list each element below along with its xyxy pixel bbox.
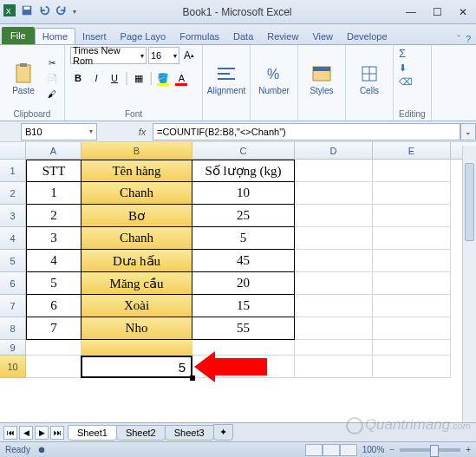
close-button[interactable]: ✕ (450, 3, 476, 22)
row-header-2[interactable]: 2 (0, 182, 26, 205)
row-header-3[interactable]: 3 (0, 205, 26, 227)
sheet-tab-3[interactable]: Sheet3 (165, 425, 214, 441)
cell-D8[interactable] (295, 317, 373, 340)
cell-D2[interactable] (295, 182, 373, 205)
tab-page-layout[interactable]: Page Layo (114, 29, 173, 44)
cell-A9[interactable] (26, 340, 82, 356)
number-format-button[interactable]: % Number (256, 62, 292, 95)
row-header-7[interactable]: 7 (0, 295, 26, 317)
sheet-nav-first-icon[interactable]: ⏮ (3, 426, 17, 440)
cell-C7[interactable]: 15 (192, 295, 295, 317)
row-header-10[interactable]: 10 (0, 356, 26, 378)
cell-D7[interactable] (295, 295, 373, 317)
formula-bar[interactable]: =COUNTIF(B2:B8,"<>Chanh") (153, 123, 460, 140)
cell-E8[interactable] (373, 317, 451, 340)
col-header-E[interactable]: E (373, 142, 451, 159)
sheet-nav-last-icon[interactable]: ⏭ (50, 426, 64, 440)
cell-D10[interactable] (295, 356, 373, 378)
active-cell[interactable]: 5 (81, 356, 192, 378)
underline-button[interactable]: U (107, 70, 122, 86)
tab-data[interactable]: Data (226, 29, 260, 44)
row-header-8[interactable]: 8 (0, 317, 26, 340)
cell-B2[interactable]: Chanh (82, 182, 192, 205)
alignment-button[interactable]: Alignment (208, 62, 245, 95)
fill-color-icon[interactable]: 🪣 (155, 70, 171, 86)
copy-icon[interactable]: 📄 (45, 71, 59, 85)
cell-B6[interactable]: Măng cầu (82, 272, 192, 295)
cell-A4[interactable]: 3 (26, 227, 82, 250)
cell-E4[interactable] (373, 227, 451, 250)
cell-A1[interactable]: STT (26, 160, 82, 182)
new-sheet-icon[interactable]: ✦ (213, 424, 233, 441)
normal-view-icon[interactable] (305, 444, 323, 456)
font-color-icon[interactable]: A (173, 70, 189, 86)
cell-E10[interactable] (373, 356, 451, 378)
sheet-nav-next-icon[interactable]: ▶ (35, 426, 49, 440)
font-name-select[interactable]: Times New Rom▾ (70, 47, 147, 64)
row-header-6[interactable]: 6 (0, 272, 26, 295)
italic-button[interactable]: I (88, 70, 104, 86)
bold-button[interactable]: B (70, 70, 86, 86)
cell-E2[interactable] (373, 182, 451, 205)
cell-B7[interactable]: Xoài (82, 295, 192, 317)
cell-A7[interactable]: 6 (26, 295, 82, 317)
cell-A6[interactable]: 5 (26, 272, 82, 295)
tab-review[interactable]: Review (260, 29, 305, 44)
styles-button[interactable]: Styles (303, 62, 340, 95)
tab-formulas[interactable]: Formulas (173, 29, 226, 44)
vertical-scrollbar[interactable] (462, 146, 476, 422)
cell-E9[interactable] (373, 340, 451, 356)
cell-E3[interactable] (373, 205, 451, 227)
cell-E7[interactable] (373, 295, 451, 317)
cell-A2[interactable]: 1 (26, 182, 82, 205)
cell-A5[interactable]: 4 (26, 250, 82, 272)
cell-E6[interactable] (373, 272, 451, 295)
fx-icon[interactable]: fx (132, 127, 153, 137)
cell-B5[interactable]: Dưa hấu (82, 250, 192, 272)
cell-B4[interactable]: Chanh (82, 227, 192, 250)
paste-button[interactable]: Paste (5, 62, 42, 95)
cell-E1[interactable] (373, 160, 451, 182)
help-icon[interactable]: ? (466, 34, 471, 44)
row-header-5[interactable]: 5 (0, 250, 26, 272)
sheet-nav-prev-icon[interactable]: ◀ (19, 426, 33, 440)
cell-B9[interactable] (82, 340, 192, 356)
zoom-level[interactable]: 100% (362, 445, 385, 454)
fill-icon[interactable]: ⬇ (399, 62, 407, 74)
save-icon[interactable] (21, 4, 33, 20)
tab-file[interactable]: File (2, 27, 35, 44)
maximize-button[interactable]: ☐ (424, 3, 450, 22)
expand-formula-bar-icon[interactable]: ⌄ (460, 123, 476, 140)
col-header-B[interactable]: B (82, 142, 192, 159)
cell-B3[interactable]: Bơ (82, 205, 192, 227)
border-icon[interactable]: ▦ (131, 70, 147, 86)
clear-icon[interactable]: ⌫ (399, 76, 413, 88)
cell-D9[interactable] (295, 340, 373, 356)
cell-C2[interactable]: 10 (192, 182, 295, 205)
cell-D1[interactable] (295, 160, 373, 182)
redo-icon[interactable] (55, 4, 68, 20)
cell-C5[interactable]: 45 (192, 250, 295, 272)
cell-A10[interactable] (26, 356, 82, 378)
undo-icon[interactable] (38, 4, 50, 20)
sheet-tab-2[interactable]: Sheet2 (116, 425, 166, 441)
font-size-select[interactable]: 16▾ (148, 47, 179, 64)
row-header-1[interactable]: 1 (0, 160, 26, 182)
name-box[interactable]: B10▾ (21, 123, 97, 140)
tab-view[interactable]: View (305, 29, 340, 44)
cells-button[interactable]: Cells (351, 62, 388, 95)
cell-B8[interactable]: Nho (82, 317, 192, 340)
cell-A8[interactable]: 7 (26, 317, 82, 340)
cell-C8[interactable]: 55 (192, 317, 295, 340)
tab-insert[interactable]: Insert (75, 29, 114, 44)
tab-developer[interactable]: Develope (340, 29, 394, 44)
cell-C1[interactable]: Số lượng (kg) (192, 160, 295, 182)
cell-C3[interactable]: 25 (192, 205, 295, 227)
macro-record-icon[interactable]: ⏺ (37, 445, 46, 454)
cell-A3[interactable]: 2 (26, 205, 82, 227)
format-painter-icon[interactable]: 🖌 (45, 87, 59, 101)
cell-C4[interactable]: 5 (192, 227, 295, 250)
select-all-corner[interactable] (0, 142, 26, 159)
zoom-slider[interactable] (400, 448, 460, 452)
col-header-C[interactable]: C (192, 142, 295, 159)
